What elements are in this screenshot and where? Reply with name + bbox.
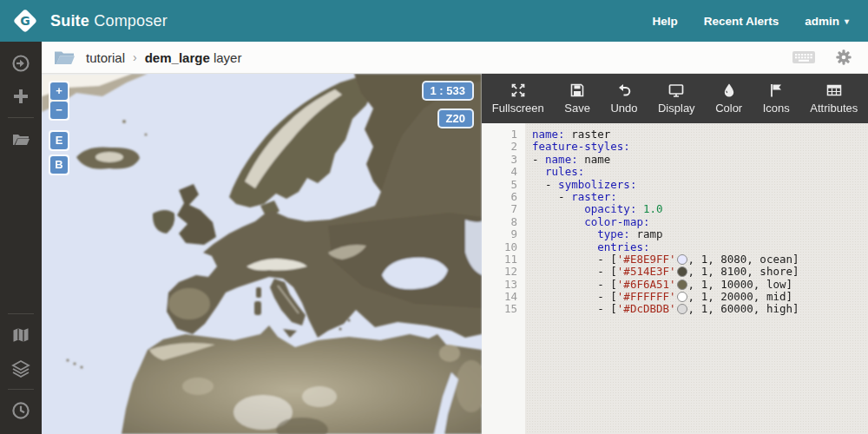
folder-open-icon [11,129,30,148]
code-line[interactable]: - ['#FFFFFF', 1, 20000, mid] [532,291,868,303]
code-token [532,227,597,240]
toolbar-button-undo[interactable]: Undo [601,74,648,123]
display-icon [668,82,684,98]
svg-text:G: G [20,14,30,28]
code-token: name [578,153,611,166]
code-line[interactable]: - ['#E8E9FF', 1, 8080, ocean] [532,253,868,266]
line-number: 14 [482,291,517,303]
code-line[interactable]: color-map: [532,216,868,228]
fullscreen-icon [510,82,526,98]
nav-item-help[interactable]: Help [652,15,677,28]
suite-logo-icon[interactable]: G [10,6,40,36]
editor-toolbar: FullscreenSaveUndoDisplayColorIconsAttri… [482,74,868,123]
code-token: ramp [630,227,663,240]
breadcrumb-parent[interactable]: tutorial [86,50,125,65]
edit-button[interactable]: E [50,132,68,149]
toolbar-button-fullscreen[interactable]: Fullscreen [482,74,554,123]
color-icon [721,82,737,98]
code-line[interactable]: entries: [532,241,868,253]
code-token: color-map: [584,215,649,228]
code-token: , 1, 20000, mid] [688,290,792,303]
keyboard-icon[interactable] [792,49,816,66]
breadcrumb-actions [792,49,856,66]
layers-icon [11,358,30,378]
layer-name: dem_large [145,50,210,65]
code-line[interactable]: rules: [532,166,868,178]
code-token: type: [597,227,630,240]
nav-item-label: Recent Alerts [704,15,779,28]
code-token: , 1, 8080, ocean] [688,253,799,266]
nav-item-label: Help [652,15,677,28]
app-title: Suite Composer [50,12,168,30]
app-header: G Suite Composer HelpRecent Alertsadmin▾ [0,0,868,42]
line-number: 3 [482,154,517,166]
line-number: 7 [482,203,517,215]
color-swatch[interactable] [677,279,687,290]
sidebar-item-maps[interactable] [0,319,42,352]
line-number: 5 [482,179,517,191]
line-number: 6 [482,191,517,203]
zoom-in-button[interactable]: + [50,82,68,100]
code-line[interactable]: - symbolizers: [532,179,868,191]
code-line[interactable]: - ['#DcDBDB', 1, 60000, high] [532,303,868,315]
nav-item-recent-alerts[interactable]: Recent Alerts [704,15,779,28]
toolbar-button-save[interactable]: Save [554,74,600,123]
line-number: 10 [482,241,517,253]
toolbar-button-label: Display [658,102,695,115]
nav-item-admin[interactable]: admin▾ [805,15,849,28]
toolbar-button-label: Icons [763,102,790,115]
sidebar-item-add[interactable] [0,80,42,113]
toolbar-button-color[interactable]: Color [705,74,753,123]
code-line[interactable]: name: raster [532,128,868,141]
sidebar-item-expand[interactable] [0,47,42,80]
color-swatch[interactable] [677,254,687,265]
code-token [636,202,643,215]
sidebar-item-browse[interactable] [0,122,42,155]
code-line[interactable]: - ['#6F6A51', 1, 10000, low] [532,279,868,291]
toolbar-button-attributes[interactable]: Attributes [800,74,868,123]
map-viewport[interactable]: + − E B 1 : 533 Z20 [42,74,482,434]
code-token: - [ [532,253,617,266]
color-swatch[interactable] [677,266,687,277]
sidebar-item-recent[interactable] [0,394,42,427]
code-token: , 1, 10000, low] [688,278,792,291]
plus-icon [11,87,30,106]
code-token: , 1, 60000, high] [688,302,799,315]
edit-control: E [49,130,69,151]
code-line[interactable]: type: ramp [532,228,868,240]
editor-code[interactable]: name: rasterfeature-styles:- name: name … [525,123,868,434]
undo-icon [616,82,632,98]
gear-icon[interactable] [832,49,856,66]
code-token [532,202,584,215]
code-token: - [ [532,278,617,291]
arrow-right-circle-icon [11,54,30,73]
flag-icon [768,82,784,98]
sidebar-item-layers[interactable] [0,352,42,385]
code-token: - [ [532,290,617,303]
line-number: 9 [482,228,517,240]
code-line[interactable]: - ['#514E3F', 1, 8100, shore] [532,266,868,278]
code-line[interactable]: - name: name [532,154,868,166]
line-number: 1 [482,128,517,141]
line-number: 8 [482,216,517,228]
yaml-editor[interactable]: 123456789101112131415 name: rasterfeatur… [482,123,868,434]
code-line[interactable]: feature-styles: [532,141,868,153]
code-token: - [ [532,265,617,278]
header-nav: HelpRecent Alertsadmin▾ [652,15,868,28]
code-line[interactable]: - raster: [532,191,868,203]
layer-suffix: layer [210,50,242,65]
nav-item-label: admin [805,15,839,28]
code-line[interactable]: opacity: 1.0 [532,203,868,215]
zoom-out-button[interactable]: − [50,102,68,119]
color-swatch[interactable] [677,292,687,302]
breadcrumb-current: dem_large layer [145,50,242,65]
code-token: entries: [597,240,649,253]
basemap-button[interactable]: B [50,156,68,174]
app-title-bold: Suite [50,12,89,30]
toolbar-button-display[interactable]: Display [648,74,705,123]
toolbar-button-icons[interactable]: Icons [753,74,800,123]
code-token: - [532,153,545,166]
code-token: feature-styles: [532,140,630,153]
color-swatch[interactable] [677,304,687,314]
toolbar-button-label: Undo [610,102,637,115]
